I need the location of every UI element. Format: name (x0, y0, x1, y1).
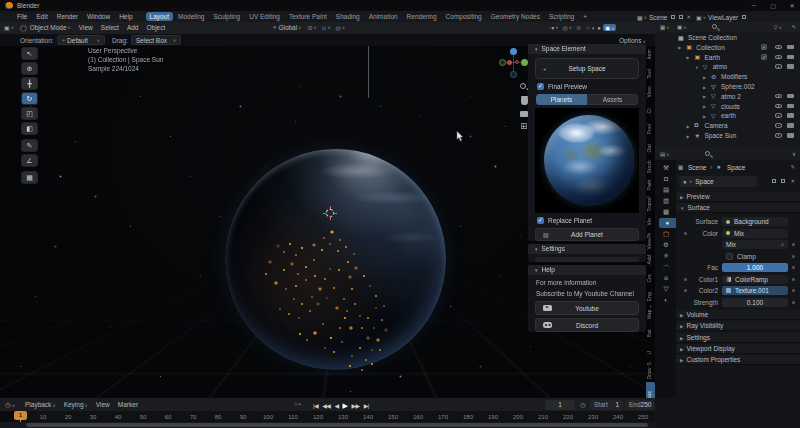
outliner-row-space-sun[interactable]: ▶☀Space Sun (655, 131, 800, 141)
properties-tab-output[interactable]: ▤ (658, 185, 674, 195)
properties-options-icon[interactable]: ∨ (792, 151, 796, 157)
world-datablock-selector[interactable]: ●∨ Space (679, 176, 757, 187)
auto-key-icon[interactable]: ○ • (294, 401, 301, 407)
discord-button[interactable]: Discord (535, 318, 639, 332)
workspace-tab-sculpting[interactable]: Sculpting (209, 12, 244, 21)
replace-planet-row[interactable]: ✓Replace Planet (537, 217, 637, 224)
hide-eye-icon[interactable] (775, 133, 782, 138)
outliner-row-atmo[interactable]: ▼▽atmo (655, 62, 800, 72)
tool-measure[interactable]: ∠ (21, 154, 38, 167)
prev-keyframe-button[interactable]: ◀◀ (322, 402, 330, 410)
sidebar-tab-u[interactable]: U (646, 344, 655, 362)
jump-end-button[interactable]: ▶| (364, 402, 369, 410)
current-frame-field[interactable]: 1 (545, 400, 575, 410)
scene-selector[interactable]: Scene (649, 14, 667, 21)
render-visibility-icon[interactable] (787, 133, 794, 138)
sidebar-tab-map[interactable]: Map (646, 306, 655, 324)
properties-search-icon[interactable] (705, 151, 710, 156)
properties-tab-material[interactable]: ◐ (658, 295, 674, 305)
axis-z-positive[interactable] (510, 48, 517, 55)
outliner-row-earth[interactable]: ▶▽earth (655, 111, 800, 121)
play-reverse-button[interactable]: ◀ (334, 402, 338, 410)
tool-rotate[interactable]: ↻ (21, 92, 38, 105)
timeline-editor-icon[interactable]: ◷∨ (5, 401, 15, 409)
workspace-tab-geometry-nodes[interactable]: Geometry Nodes (487, 12, 544, 21)
shading-wireframe-icon[interactable]: ○ (586, 25, 590, 31)
axis-x-positive[interactable] (515, 60, 519, 64)
render-visibility-icon[interactable] (787, 55, 794, 60)
outliner-row-camera[interactable]: ▶◘Camera (655, 121, 800, 131)
properties-tab-tool[interactable]: ⚒ (658, 163, 674, 173)
properties-tab-physics[interactable]: ◠ (658, 262, 674, 272)
hide-eye-icon[interactable] (775, 104, 782, 109)
section-preview[interactable]: ▶Preview (676, 192, 800, 202)
menu-file[interactable]: File (17, 13, 27, 20)
widget-mix[interactable]: Mix (722, 229, 788, 238)
tab-assets[interactable]: Assets (587, 94, 638, 105)
hide-eye-icon[interactable] (775, 45, 782, 50)
timeline-menu-playback[interactable]: Playback∨ (25, 401, 56, 408)
viewport-menu-add[interactable]: Add (127, 24, 139, 31)
sidebar-tab-eng[interactable]: Eng (646, 288, 655, 306)
viewlayer-selector[interactable]: ViewLayer (708, 14, 738, 21)
tool-annotate[interactable]: ✎ (21, 139, 38, 152)
render-visibility-icon[interactable] (787, 104, 794, 109)
timeline-menu-keying[interactable]: Keying∨ (64, 401, 88, 408)
copy-datablock-icon[interactable] (781, 179, 785, 183)
fake-user-icon[interactable] (772, 179, 776, 183)
timeline-scrollbar-thumb[interactable] (26, 423, 648, 427)
orientation-dropdown[interactable]: ⌖Default∨ (57, 35, 105, 45)
hide-eye-icon[interactable] (775, 64, 782, 69)
breadcrumb-pin-icon[interactable]: ✎ (790, 164, 795, 170)
close-button[interactable]: ✕ (786, 2, 798, 9)
space-element-header[interactable]: ▼Space Element (528, 44, 646, 54)
snap-magnet-icon[interactable]: ∪ (322, 24, 326, 31)
hide-eye-icon[interactable] (775, 123, 782, 128)
menu-help[interactable]: Help (119, 13, 132, 20)
timeline-menu-marker[interactable]: Marker (118, 401, 138, 408)
axis-z-negative[interactable] (510, 71, 517, 78)
navigation-gizmo[interactable] (499, 48, 529, 78)
outliner-row-modifiers[interactable]: ▶⚙Modifiers (655, 72, 800, 82)
outliner-row-sphere-002[interactable]: ▶▽Sphere.002 (655, 82, 800, 92)
properties-tab-view-layer[interactable]: ▥ (658, 196, 674, 206)
transform-orientation-dropdown[interactable]: Global (278, 24, 297, 31)
outliner-editor-icon[interactable]: ▦∨ (660, 24, 670, 30)
workspace-tab-texture-paint[interactable]: Texture Paint (285, 12, 331, 21)
options-dropdown[interactable]: Options∨ (619, 37, 646, 44)
tool-cursor[interactable]: ⊕ (21, 62, 38, 75)
tool-add-cube[interactable]: ▦ (21, 171, 38, 184)
properties-tab-particles[interactable]: ✳ (658, 251, 674, 261)
tool-move[interactable]: ╋ (21, 77, 38, 90)
planet-preview-image[interactable] (535, 108, 639, 213)
sidebar-tab-cre[interactable]: Cre (646, 269, 655, 287)
sidebar-tab-vie[interactable]: Vie (646, 213, 655, 231)
workspace-tab-modeling[interactable]: Modeling (174, 12, 208, 21)
tab-planets[interactable]: Planets (536, 94, 587, 105)
replace-planet-checkbox[interactable]: ✓ (537, 217, 544, 224)
playhead[interactable]: 1 (14, 411, 27, 420)
proportional-edit-icon[interactable]: ◎ (336, 24, 341, 31)
section-custom-properties[interactable]: ▶Custom Properties (676, 355, 800, 365)
jump-start-button[interactable]: |◀ (313, 402, 318, 410)
menu-window[interactable]: Window (87, 13, 110, 20)
properties-tab-object[interactable]: ▢ (658, 229, 674, 239)
properties-tab-modifiers[interactable]: ⚙ (658, 240, 674, 250)
drag-dropdown[interactable]: Select Box∨ (131, 35, 181, 45)
settings-header[interactable]: ▼Settings (528, 244, 646, 254)
help-header[interactable]: ▼Help (528, 265, 646, 275)
viewport-menu-view[interactable]: View (79, 24, 93, 31)
breadcrumb-scene[interactable]: Scene (688, 164, 706, 171)
properties-tab-constraints[interactable]: ⧈ (658, 273, 674, 283)
workspace-tab-compositing[interactable]: Compositing (442, 12, 486, 21)
timeline-scrollbar[interactable] (0, 422, 655, 428)
hide-eye-icon[interactable] (775, 94, 782, 99)
final-preview-checkbox[interactable]: ✓ (537, 83, 544, 90)
workspace-tab-uv-editing[interactable]: UV Editing (245, 12, 284, 21)
shading-material-icon[interactable]: ● (597, 25, 601, 31)
widget-clamp[interactable]: Clamp (722, 252, 788, 261)
hide-eye-icon[interactable] (775, 55, 782, 60)
hide-eye-icon[interactable] (775, 113, 782, 118)
properties-tab-world[interactable]: ● (659, 218, 676, 228)
widget-0-100[interactable]: 0.100 (722, 298, 788, 307)
